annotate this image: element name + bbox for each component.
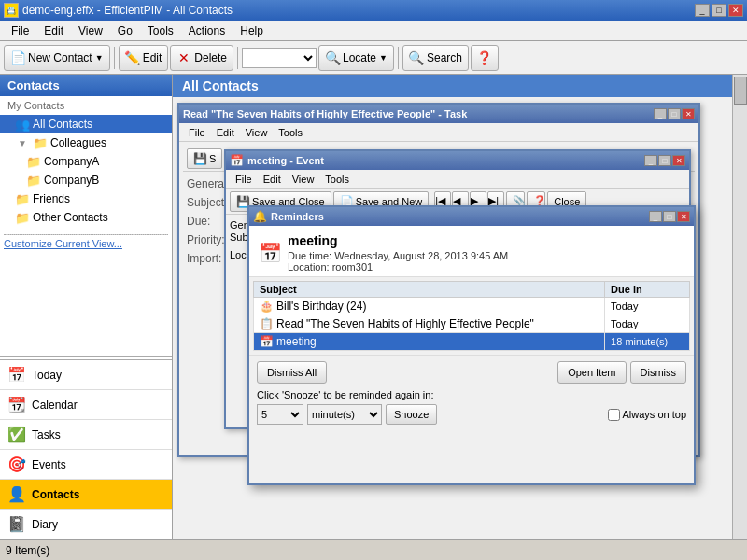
- tree-label-companya: CompanyA: [44, 155, 99, 168]
- always-on-top-checkbox[interactable]: [608, 409, 620, 421]
- event-window-controls: _ □ ✕: [644, 155, 685, 166]
- nav-contacts[interactable]: 👤 Contacts: [0, 480, 172, 510]
- search-icon: 🔍: [409, 50, 424, 65]
- filter-dropdown[interactable]: [242, 48, 317, 68]
- reminder-item-title: meeting: [288, 233, 508, 248]
- task-menu-view[interactable]: View: [240, 126, 274, 139]
- nav-calendar-label: Calendar: [32, 399, 78, 412]
- reminders-maximize-btn[interactable]: □: [663, 211, 676, 222]
- dismiss-all-btn[interactable]: Dismiss All: [257, 361, 327, 384]
- status-text: 9 Item(s): [6, 544, 49, 557]
- event-maximize-btn[interactable]: □: [658, 155, 671, 166]
- minimize-btn[interactable]: _: [695, 4, 710, 17]
- window-title: demo-eng.effx - EfficientPIM - All Conta…: [22, 4, 233, 17]
- snooze-button[interactable]: Snooze: [386, 404, 437, 425]
- event-icon: 📅: [230, 154, 244, 167]
- menu-file[interactable]: File: [4, 22, 36, 39]
- maximize-btn[interactable]: □: [712, 4, 726, 17]
- new-button[interactable]: 📄 New Contact ▼: [4, 45, 110, 71]
- reminder-title-icon: 🔔: [253, 210, 267, 223]
- tree-item-companyb[interactable]: 📁 CompanyB: [0, 171, 172, 189]
- snooze-unit-select[interactable]: minute(s) hour(s): [307, 404, 382, 425]
- main-layout: Contacts My Contacts 👥 All Contacts ▼ 📁 …: [0, 75, 747, 539]
- event-close-btn[interactable]: ✕: [672, 155, 685, 166]
- snooze-text: Click 'Snooze' to be reminded again in:: [257, 389, 686, 400]
- scroll-thumb[interactable]: [734, 77, 747, 105]
- nav-events[interactable]: 🎯 Events: [0, 450, 172, 480]
- event-minimize-btn[interactable]: _: [644, 155, 657, 166]
- reminders-title: Reminders: [271, 211, 324, 222]
- event-menu-view[interactable]: View: [287, 173, 320, 186]
- menu-view[interactable]: View: [71, 22, 110, 39]
- tree-label-all-contacts: All Contacts: [33, 118, 92, 131]
- reminders-dialog: 🔔 Reminders _ □ ✕ 📅 meeting Due time: We…: [247, 205, 696, 485]
- task-menu-tools[interactable]: Tools: [273, 126, 308, 139]
- nav-diary[interactable]: 📓 Diary: [0, 510, 172, 539]
- dismiss-btn[interactable]: Dismiss: [630, 361, 687, 384]
- task-maximize-btn[interactable]: □: [668, 108, 681, 119]
- row3-due: 18 minute(s): [605, 333, 690, 351]
- scrollbar[interactable]: [732, 75, 747, 539]
- menu-tools[interactable]: Tools: [140, 22, 181, 39]
- delete-icon: ✕: [176, 50, 191, 65]
- snooze-value-select[interactable]: 5 10 15 30: [257, 404, 303, 425]
- task-menu-edit[interactable]: Edit: [211, 126, 240, 139]
- reminders-minimize-btn[interactable]: _: [649, 211, 662, 222]
- tree-item-all-contacts[interactable]: 👥 All Contacts: [0, 115, 172, 133]
- col-due-in: Due in: [605, 282, 690, 298]
- event-window-titlebar: 📅 meeting - Event _ □ ✕: [226, 151, 689, 170]
- tree-item-friends[interactable]: 📁 Friends: [0, 189, 172, 208]
- tasks-icon: ✅: [7, 426, 26, 444]
- row1-subject: 🎂 Bill's Birthday (24): [254, 298, 605, 315]
- row3-subject: 📅 meeting: [254, 333, 605, 351]
- folder-icon-b: 📁: [26, 173, 41, 188]
- event-menu-file[interactable]: File: [230, 173, 258, 186]
- nav-tasks[interactable]: ✅ Tasks: [0, 420, 172, 450]
- reminders-close-btn[interactable]: ✕: [677, 211, 690, 222]
- sidebar-tree: 👥 All Contacts ▼ 📁 Colleagues 📁 CompanyA…: [0, 115, 172, 354]
- row1-due: Today: [605, 298, 690, 315]
- menu-go[interactable]: Go: [110, 22, 140, 39]
- customize-view-link[interactable]: Customize Current View...: [4, 238, 122, 249]
- tree-label-colleagues: Colleagues: [50, 136, 106, 149]
- task-minimize-btn[interactable]: _: [654, 108, 667, 119]
- always-on-top-label: Always on top: [623, 409, 686, 420]
- event-menu: File Edit View Tools: [226, 170, 689, 189]
- task-window-title: Read "The Seven Habits of Highly Effecti…: [183, 108, 467, 119]
- table-row-selected[interactable]: 📅 meeting 18 minute(s): [254, 333, 690, 351]
- task-menu-file[interactable]: File: [183, 126, 211, 139]
- help-button[interactable]: ❓: [471, 45, 499, 71]
- diary-icon: 📓: [7, 515, 26, 534]
- search-button[interactable]: 🔍 Search: [402, 45, 469, 71]
- nav-calendar[interactable]: 📆 Calendar: [0, 390, 172, 420]
- nav-tasks-label: Tasks: [32, 428, 61, 441]
- separator-2: [237, 47, 238, 69]
- table-row[interactable]: 📋 Read "The Seven Habits of Highly Effec…: [254, 315, 690, 333]
- event-menu-edit[interactable]: Edit: [258, 173, 287, 186]
- delete-button[interactable]: ✕ Delete: [170, 45, 233, 71]
- task-save-btn[interactable]: 💾 S: [187, 148, 222, 169]
- task-window-titlebar: Read "The Seven Habits of Highly Effecti…: [179, 105, 698, 123]
- reminder-location: Location: room301: [288, 261, 508, 273]
- task-close-btn[interactable]: ✕: [682, 108, 695, 119]
- tree-item-other[interactable]: 📁 Other Contacts: [0, 208, 172, 227]
- tree-item-colleagues[interactable]: ▼ 📁 Colleagues: [0, 133, 172, 152]
- locate-button[interactable]: 🔍 Locate ▼: [318, 45, 394, 71]
- table-row[interactable]: 🎂 Bill's Birthday (24) Today: [254, 298, 690, 315]
- menu-actions[interactable]: Actions: [181, 22, 233, 39]
- close-btn[interactable]: ✕: [728, 4, 743, 17]
- reminder-footer: Dismiss All Open Item Dismiss Click 'Sno…: [249, 355, 694, 430]
- row3-icon: 📅: [260, 335, 274, 348]
- help-icon: ❓: [477, 50, 492, 65]
- reminders-table: Subject Due in 🎂 Bill's Birthday (24) To…: [253, 281, 690, 351]
- edit-button[interactable]: ✏️ Edit: [119, 45, 169, 71]
- open-item-btn[interactable]: Open Item: [557, 361, 626, 384]
- menu-edit[interactable]: Edit: [36, 22, 71, 39]
- menu-help[interactable]: Help: [233, 22, 271, 39]
- nav-today[interactable]: 📅 Today: [0, 360, 172, 390]
- tree-item-companya[interactable]: 📁 CompanyA: [0, 152, 172, 171]
- task-menu: File Edit View Tools: [179, 123, 698, 142]
- event-window-title: meeting - Event: [247, 155, 324, 166]
- window-controls: _ □ ✕: [695, 4, 743, 17]
- event-menu-tools[interactable]: Tools: [319, 173, 355, 186]
